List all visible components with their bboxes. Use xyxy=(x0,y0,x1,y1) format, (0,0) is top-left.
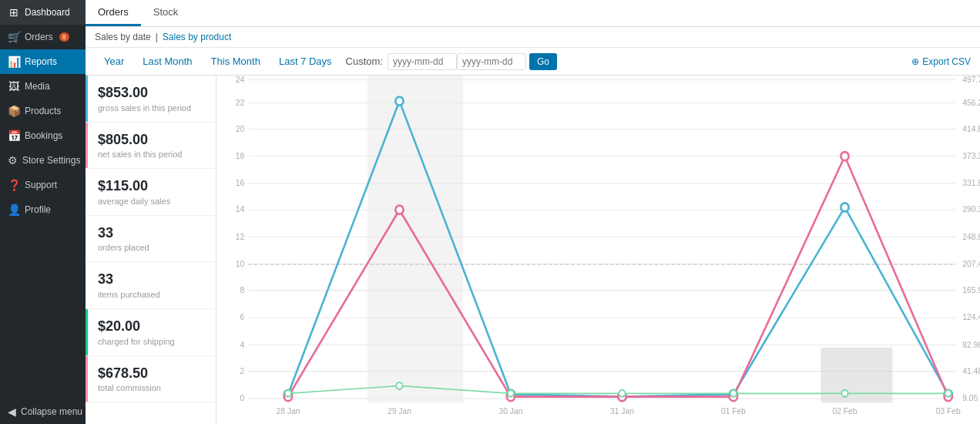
svg-text:373.32: 373.32 xyxy=(962,151,980,160)
svg-text:4: 4 xyxy=(240,339,244,348)
stat-commission-label: total commission xyxy=(98,383,203,392)
stat-orders-placed: 33 orders placed xyxy=(86,216,216,263)
tab-last-7-days[interactable]: Last 7 Days xyxy=(270,48,341,75)
content-row: $853.00 gross sales in this period $805.… xyxy=(86,76,980,424)
sidebar-item-products[interactable]: 📦 Products xyxy=(0,99,86,123)
svg-text:0: 0 xyxy=(240,393,244,402)
svg-text:28 Jan: 28 Jan xyxy=(276,405,300,415)
sales-by-product-link[interactable]: Sales by product xyxy=(163,32,231,42)
go-button[interactable]: Go xyxy=(529,53,557,70)
sidebar-item-media[interactable]: 🖼 Media xyxy=(0,74,86,99)
export-csv-button[interactable]: ⊕ Export CSV xyxy=(911,49,971,75)
stat-gross-sales: $853.00 gross sales in this period xyxy=(86,76,216,123)
svg-text:6: 6 xyxy=(240,312,244,321)
chart-dot-blue-5 xyxy=(841,203,848,211)
period-tabs: Year Last Month This Month Last 7 Days C… xyxy=(86,48,980,76)
svg-text:30 Jan: 30 Jan xyxy=(498,405,522,415)
svg-text:14: 14 xyxy=(236,204,245,214)
stat-bar-shipping xyxy=(86,309,88,355)
sales-by-date-label: Sales by date xyxy=(95,32,151,42)
svg-text:12: 12 xyxy=(236,231,245,241)
svg-text:22: 22 xyxy=(236,97,245,106)
sidebar-item-reports[interactable]: 📊 Reports xyxy=(0,49,86,74)
sidebar-item-dashboard[interactable]: ⊞ Dashboard xyxy=(0,0,86,25)
svg-text:207.40: 207.40 xyxy=(962,259,980,268)
reports-icon: 📊 xyxy=(8,56,20,68)
svg-text:01 Feb: 01 Feb xyxy=(721,405,746,415)
stat-shipping-value: $20.00 xyxy=(98,318,203,335)
sidebar-item-collapse[interactable]: ◀ Collapse menu xyxy=(0,399,86,424)
chart-dot-pink-1 xyxy=(395,206,403,214)
sidebar-item-store-settings[interactable]: ⚙ Store Settings xyxy=(0,148,86,173)
chart-area: 0 2 4 6 8 10 12 14 16 18 20 22 24 9.05 4… xyxy=(216,76,980,424)
sidebar-item-label: Bookings xyxy=(25,130,62,141)
sales-chart: 0 2 4 6 8 10 12 14 16 18 20 22 24 9.05 4… xyxy=(216,76,980,424)
stat-net-label: net sales in this period xyxy=(98,150,203,159)
stat-shipping-label: charged for shipping xyxy=(98,337,203,346)
reports-area: Sales by date | Sales by product Year La… xyxy=(86,27,980,424)
sidebar-item-label: Store Settings xyxy=(22,155,80,166)
stats-panel: $853.00 gross sales in this period $805.… xyxy=(86,76,216,424)
svg-text:03 Feb: 03 Feb xyxy=(936,405,961,415)
stat-orders-value: 33 xyxy=(98,225,203,242)
chart-dot-blue-1 xyxy=(395,97,403,106)
separator: | xyxy=(156,32,158,42)
stat-net-value: $805.00 xyxy=(98,132,203,149)
sidebar-item-label: Orders xyxy=(25,32,53,42)
svg-text:9.05: 9.05 xyxy=(962,393,978,402)
svg-text:41.48: 41.48 xyxy=(962,366,980,375)
svg-text:24: 24 xyxy=(236,76,245,84)
sidebar: ⊞ Dashboard 🛒 Orders 8 📊 Reports 🖼 Media… xyxy=(0,0,86,424)
svg-text:10: 10 xyxy=(236,259,245,268)
svg-text:20: 20 xyxy=(236,123,245,133)
sidebar-item-label: Media xyxy=(25,81,50,92)
stat-orders-label: orders placed xyxy=(98,243,203,252)
stat-items-label: items purchased xyxy=(98,290,203,299)
stat-commission: $678.50 total commission xyxy=(86,356,216,403)
sidebar-item-bookings[interactable]: 📅 Bookings xyxy=(0,123,86,148)
stat-commission-value: $678.50 xyxy=(98,365,203,382)
media-icon: 🖼 xyxy=(8,80,20,93)
svg-text:456.28: 456.28 xyxy=(962,97,980,106)
svg-text:414.80: 414.80 xyxy=(962,123,980,133)
sidebar-item-label: Profile xyxy=(25,204,51,215)
tab-last-month[interactable]: Last Month xyxy=(133,48,201,75)
orders-icon: 🛒 xyxy=(8,31,20,43)
sidebar-item-label: Products xyxy=(25,106,61,116)
tab-stock[interactable]: Stock xyxy=(141,0,191,26)
stat-items-value: 33 xyxy=(98,271,203,288)
tab-year[interactable]: Year xyxy=(95,48,133,75)
export-csv-label: Export CSV xyxy=(922,56,971,67)
stat-avg-value: $115.00 xyxy=(98,178,203,195)
profile-icon: 👤 xyxy=(8,204,20,216)
export-csv-icon: ⊕ xyxy=(911,56,919,67)
svg-text:124.44: 124.44 xyxy=(962,312,980,321)
svg-text:16: 16 xyxy=(236,178,245,187)
svg-text:8: 8 xyxy=(240,285,244,294)
svg-text:290.36: 290.36 xyxy=(962,204,980,214)
svg-text:248.88: 248.88 xyxy=(962,231,980,241)
sidebar-item-orders[interactable]: 🛒 Orders 8 xyxy=(0,25,86,49)
tab-this-month[interactable]: This Month xyxy=(202,48,270,75)
svg-text:82.96: 82.96 xyxy=(962,339,980,348)
chart-dot-green-4 xyxy=(730,390,737,397)
svg-text:2: 2 xyxy=(240,366,244,375)
stat-net-sales: $805.00 net sales in this period xyxy=(86,123,216,170)
sidebar-item-label: Dashboard xyxy=(25,7,70,18)
sidebar-item-support[interactable]: ❓ Support xyxy=(0,173,86,197)
svg-text:331.84: 331.84 xyxy=(962,178,980,187)
support-icon: ❓ xyxy=(8,179,20,191)
custom-date-start[interactable] xyxy=(388,53,457,70)
tab-orders[interactable]: Orders xyxy=(86,0,141,26)
chart-dot-pink-5 xyxy=(841,152,848,160)
custom-date-end[interactable] xyxy=(457,53,526,70)
sidebar-item-label: Collapse menu xyxy=(21,406,82,417)
main-content: Orders Stock Sales by date | Sales by pr… xyxy=(86,0,980,424)
sidebar-item-profile[interactable]: 👤 Profile xyxy=(0,197,86,222)
chart-dot-green-5 xyxy=(841,390,847,397)
svg-text:18: 18 xyxy=(236,151,245,160)
chart-dot-green-6 xyxy=(945,390,951,397)
svg-rect-48 xyxy=(821,348,893,403)
stat-shipping: $20.00 charged for shipping xyxy=(86,309,216,356)
collapse-icon: ◀ xyxy=(8,405,16,418)
